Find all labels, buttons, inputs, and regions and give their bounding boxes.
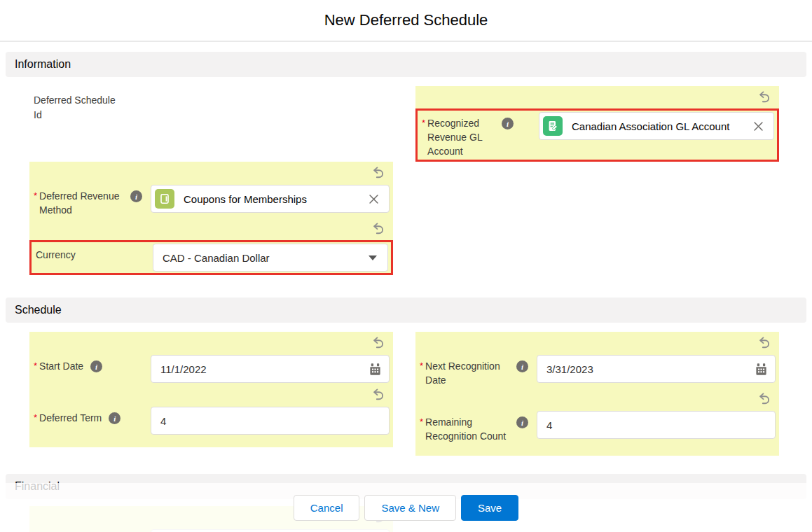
field-label: Currency	[36, 248, 76, 262]
field-label: Recognized Revenue GL Account	[427, 116, 495, 158]
information-field-grid: Deferred Schedule Id * Recognized Revenu…	[0, 77, 812, 275]
section-title: Information	[15, 58, 71, 71]
undo-row	[29, 332, 393, 354]
undo-row	[29, 384, 393, 406]
currency-select[interactable]: CAD - Canadian Dollar	[153, 244, 388, 272]
field-next-recognition-date: * Next Recognition Date i	[415, 354, 779, 388]
field-group-start-date-deferred-term: * Start Date i	[29, 332, 393, 447]
selected-option: CAD - Canadian Dollar	[163, 252, 270, 264]
remove-icon[interactable]	[752, 120, 764, 132]
info-icon[interactable]: i	[90, 360, 102, 372]
field-label: Deferred Term	[39, 411, 102, 425]
chevron-down-icon	[369, 255, 377, 260]
field-label-group: * Next Recognition Date i	[420, 355, 537, 387]
field-currency: Currency CAD - Canadian Dollar	[32, 242, 391, 273]
field-label: Remaining Recognition Count	[425, 415, 509, 443]
calendar-icon[interactable]	[368, 362, 382, 376]
required-asterisk: *	[420, 415, 423, 429]
undo-icon	[757, 336, 771, 350]
undo-button[interactable]	[371, 165, 386, 181]
lookup-pill-revenue-method[interactable]: Coupons for Memberships	[151, 185, 390, 213]
undo-row	[29, 162, 393, 184]
section-title: Schedule	[15, 304, 62, 316]
undo-button[interactable]	[371, 387, 386, 402]
field-label-group: * Deferred Term i	[34, 407, 151, 425]
modal-header: New Deferred Schedule	[0, 0, 812, 42]
deferred-term-input[interactable]	[151, 407, 390, 435]
lookup-pill-gl-account[interactable]: Canadian Association GL Account	[539, 112, 774, 140]
page-title: New Deferred Schedule	[324, 11, 488, 29]
undo-button[interactable]	[757, 90, 772, 105]
field-deferred-term: * Deferred Term i	[29, 406, 393, 447]
info-icon[interactable]: i	[516, 360, 528, 372]
field-label-group: * Remaining Recognition Count i	[420, 411, 537, 443]
field-label-group: * Recognized Revenue GL Account i	[422, 112, 539, 158]
start-date-input[interactable]	[151, 355, 390, 383]
undo-icon	[371, 336, 385, 350]
required-asterisk: *	[34, 189, 37, 203]
info-icon[interactable]: i	[516, 416, 528, 428]
cancel-button[interactable]: Cancel	[294, 495, 360, 521]
field-deferred-schedule-id: Deferred Schedule Id	[29, 86, 393, 130]
field-remaining-recognition-count: * Remaining Recognition Count i	[415, 410, 779, 456]
required-asterisk: *	[422, 116, 425, 130]
field-recognized-revenue-gl-account: * Recognized Revenue GL Account i	[415, 86, 779, 162]
field-group-method-currency: * Deferred Revenue Method i Coupons for …	[29, 162, 393, 275]
section-header-schedule[interactable]: Schedule	[6, 298, 806, 323]
undo-icon	[757, 90, 771, 104]
field-label: Next Recognition Date	[425, 359, 509, 387]
undo-row	[415, 332, 779, 354]
calendar-icon[interactable]	[754, 362, 768, 376]
next-recognition-date-input[interactable]	[537, 355, 776, 383]
undo-row	[415, 86, 779, 108]
save-and-new-button[interactable]: Save & New	[364, 495, 456, 521]
revenue-method-icon	[155, 189, 174, 209]
field-label-group: Currency	[36, 244, 153, 262]
gl-account-icon	[543, 116, 563, 136]
undo-row	[29, 218, 393, 240]
undo-icon	[757, 392, 771, 406]
field-label: Start Date	[39, 359, 83, 373]
undo-button[interactable]	[757, 335, 772, 351]
undo-icon	[371, 388, 385, 402]
info-icon[interactable]: i	[130, 190, 142, 202]
required-asterisk: *	[34, 411, 37, 425]
undo-icon	[371, 222, 385, 236]
field-group-next-date-remaining-count: * Next Recognition Date i	[415, 332, 779, 456]
field-label-group: * Start Date i	[34, 355, 151, 373]
remaining-recognition-count-input[interactable]	[537, 411, 776, 439]
lookup-value: Coupons for Memberships	[174, 193, 367, 205]
undo-button[interactable]	[371, 335, 386, 351]
remove-icon[interactable]	[367, 192, 380, 205]
field-label: Deferred Revenue Method	[39, 189, 123, 217]
field-label-group: * Deferred Revenue Method i	[34, 185, 151, 217]
attention-highlight-box: Currency CAD - Canadian Dollar	[29, 240, 393, 275]
undo-button[interactable]	[757, 391, 772, 407]
attention-highlight-box: * Recognized Revenue GL Account i	[415, 108, 779, 162]
undo-button[interactable]	[371, 221, 386, 237]
schedule-field-grid: * Start Date i	[0, 323, 812, 456]
field-label: Deferred Schedule Id	[34, 93, 118, 122]
field-start-date: * Start Date i	[29, 354, 393, 384]
save-button[interactable]: Save	[461, 495, 518, 521]
required-asterisk: *	[420, 359, 423, 373]
undo-icon	[371, 166, 385, 180]
new-deferred-schedule-modal: New Deferred Schedule Information Deferr…	[0, 0, 812, 532]
required-asterisk: *	[34, 359, 37, 373]
info-icon[interactable]: i	[502, 118, 514, 130]
lookup-value: Canadian Association GL Account	[563, 120, 752, 132]
modal-footer: Cancel Save & New Save	[0, 483, 812, 532]
info-icon[interactable]: i	[109, 412, 121, 424]
section-header-information[interactable]: Information	[6, 52, 806, 77]
field-deferred-revenue-method: * Deferred Revenue Method i Coupons for …	[29, 184, 393, 218]
undo-row	[415, 388, 779, 410]
